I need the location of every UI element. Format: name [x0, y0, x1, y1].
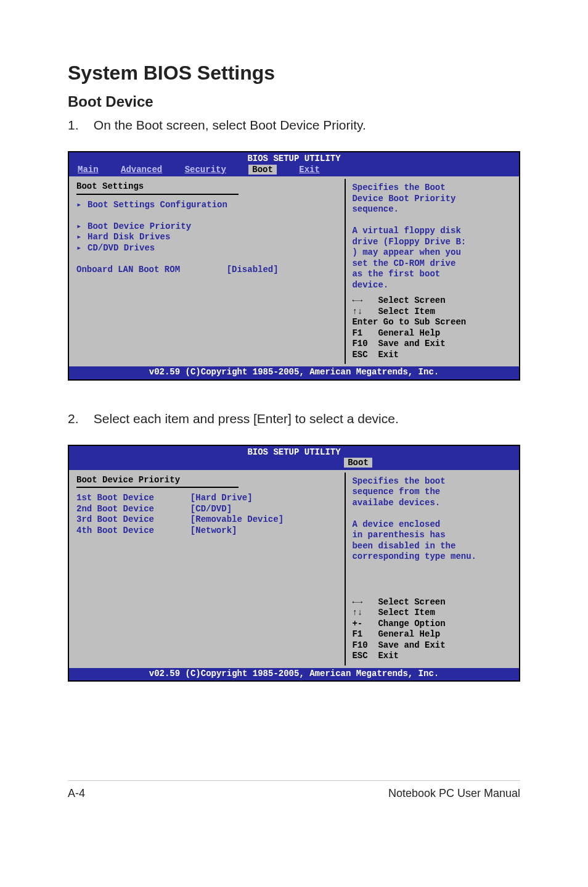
bios-tab-boot[interactable]: Boot — [248, 165, 277, 175]
bios-item-hard-disk-drives[interactable]: Hard Disk Drives — [88, 232, 170, 242]
submenu-arrow-icon: ▸ — [76, 232, 88, 243]
bios-3rd-boot-value[interactable]: [Removable Device] — [190, 514, 284, 524]
bios-key-hint: F10 Save and Exit — [352, 339, 510, 350]
bios-tab-security[interactable]: Security — [185, 165, 226, 175]
step-two: 2. Select each item and press [Enter] to… — [68, 411, 520, 426]
bios-key-hint: Enter Go to Sub Screen — [352, 317, 510, 328]
bios-key-hint: ESC Exit — [352, 350, 510, 361]
bios-tab-boot[interactable]: Boot — [344, 458, 372, 468]
bios-2nd-boot-value[interactable]: [CD/DVD] — [190, 504, 232, 514]
bios-item-cd-dvd-drives[interactable]: CD/DVD Drives — [88, 243, 155, 253]
bios-copyright-bar: v02.59 (C)Copyright 1985-2005, American … — [69, 366, 519, 379]
divider — [76, 487, 239, 488]
bios-panel-title: Boot Device Priority — [76, 475, 337, 486]
divider — [76, 194, 239, 195]
section-title: System BIOS Settings — [68, 62, 520, 85]
bios-tab-advanced[interactable]: Advanced — [121, 165, 162, 175]
bios-screenshot-boot-device-priority: BIOS SETUP UTILITY Boot Boot Device Prio… — [68, 445, 520, 682]
bios-key-hint: ←→ Select Screen — [352, 295, 510, 307]
submenu-arrow-icon: ▸ — [76, 243, 88, 254]
bios-help-text: Specifies the Boot Device Boot Priority … — [352, 183, 510, 291]
bios-4th-boot-value[interactable]: [Network] — [190, 526, 237, 535]
bios-panel-title: Boot Settings — [76, 181, 337, 192]
bios-1st-boot-value[interactable]: [Hard Drive] — [190, 493, 253, 503]
step-one: 1. On the Boot screen, select Boot Devic… — [68, 118, 520, 133]
bios-2nd-boot-label[interactable]: 2nd Boot Device — [76, 504, 154, 514]
bios-tab-main[interactable]: Main — [78, 165, 99, 175]
bios-title-bar: BIOS SETUP UTILITY — [69, 446, 519, 458]
footer-title: Notebook PC User Manual — [388, 787, 520, 800]
section-subtitle: Boot Device — [68, 93, 520, 110]
bios-option-lan-rom-label[interactable]: Onboard LAN Boot ROM — [76, 265, 180, 274]
bios-key-hint: F1 General Help — [352, 328, 510, 339]
bios-key-hint: ←→ Select Screen — [352, 597, 510, 608]
bios-help-text: Specifies the boot sequence from the ava… — [352, 476, 510, 563]
bios-tab-row: Main Advanced Security Boot Exit — [69, 165, 519, 177]
bios-tab-exit[interactable]: Exit — [299, 165, 320, 175]
bios-key-hint: ESC Exit — [352, 651, 510, 662]
bios-copyright-bar: v02.59 (C)Copyright 1985-2005, American … — [69, 668, 519, 681]
bios-screenshot-boot-settings: BIOS SETUP UTILITY Main Advanced Securit… — [68, 151, 520, 381]
bios-title-bar: BIOS SETUP UTILITY — [69, 152, 519, 165]
bios-tab-row: Boot — [69, 458, 519, 470]
bios-option-lan-rom-value[interactable]: [Disabled] — [227, 265, 279, 274]
bios-item-settings-config[interactable]: Boot Settings Configuration — [88, 200, 227, 210]
bios-1st-boot-label[interactable]: 1st Boot Device — [76, 493, 154, 503]
step-one-number: 1. — [68, 118, 90, 133]
page-number: A-4 — [68, 787, 85, 800]
bios-key-hint: F10 Save and Exit — [352, 640, 510, 651]
step-one-text: On the Boot screen, select Boot Device P… — [94, 118, 366, 132]
footer-divider — [68, 780, 520, 781]
step-two-text: Select each item and press [Enter] to se… — [94, 411, 399, 426]
submenu-arrow-icon: ▸ — [76, 221, 88, 233]
bios-item-boot-device-priority[interactable]: Boot Device Priority — [88, 221, 191, 231]
bios-key-hint: ↑↓ Select Item — [352, 608, 510, 619]
bios-key-hint: F1 General Help — [352, 629, 510, 640]
bios-key-hint: ↑↓ Select Item — [352, 307, 510, 318]
step-two-number: 2. — [68, 411, 90, 426]
bios-key-hint: +- Change Option — [352, 619, 510, 630]
bios-4th-boot-label[interactable]: 4th Boot Device — [76, 526, 154, 535]
bios-3rd-boot-label[interactable]: 3rd Boot Device — [76, 514, 154, 524]
submenu-arrow-icon: ▸ — [76, 200, 88, 211]
